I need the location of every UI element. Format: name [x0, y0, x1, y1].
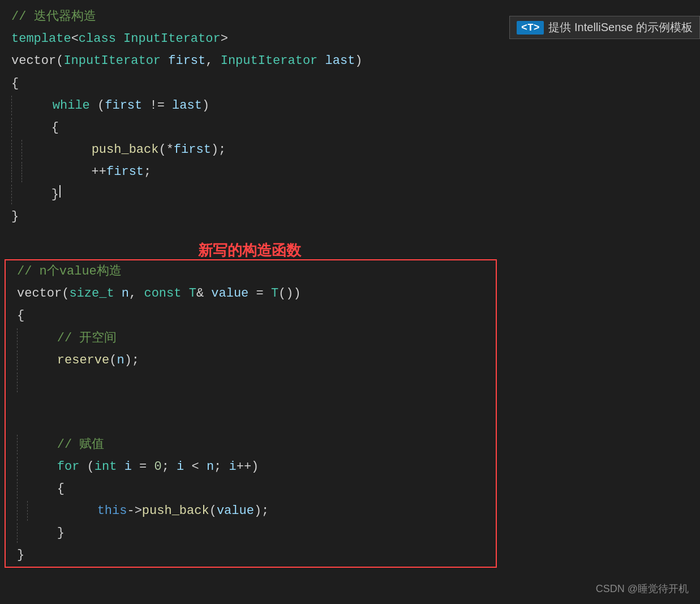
code-line-16 [6, 371, 496, 434]
code-line-5: while (first != last) [0, 95, 700, 117]
code-line-17: // 赋值 [6, 434, 496, 456]
tooltip-text: 提供 IntelliSense 的示例模板 [548, 20, 693, 35]
comment-iterator: // 迭代器构造 [11, 7, 96, 27]
code-line-3: vector(InputIterator first, InputIterato… [0, 50, 700, 72]
code-line-6: { [0, 117, 700, 139]
code-line-13: { [6, 305, 496, 327]
text-cursor [59, 185, 61, 198]
new-constructor-box: // n个value构造 vector(size_t n, const T& v… [5, 259, 497, 568]
code-line-8: ++first; [0, 161, 700, 183]
code-line-9: } [0, 183, 700, 205]
code-line-10: } [0, 205, 700, 228]
code-line-14: // 开空间 [6, 327, 496, 349]
code-line-21: } [6, 522, 496, 544]
watermark: CSDN @睡觉待开机 [596, 582, 689, 596]
code-line-4: { [0, 72, 700, 95]
tooltip-tag: <T> [517, 21, 544, 35]
annotation-label: 新写的构造函数 [198, 241, 301, 260]
code-line-15: reserve(n); [6, 349, 496, 371]
intellisense-tooltip: <T> 提供 IntelliSense 的示例模板 [509, 16, 700, 39]
code-line-20: this->push_back(value); [6, 500, 496, 522]
code-editor: <T> 提供 IntelliSense 的示例模板 // 迭代器构造 templ… [0, 0, 700, 604]
code-line-19: { [6, 478, 496, 500]
code-line-7: push_back(*first); [0, 139, 700, 161]
code-line-12: vector(size_t n, const T& value = T()) [6, 282, 496, 305]
code-line-11: // n个value构造 [6, 260, 496, 282]
keyword-template: template [11, 29, 71, 49]
code-line-18: for (int i = 0; i < n; i++) [6, 456, 496, 478]
code-line-22: } [6, 544, 496, 566]
